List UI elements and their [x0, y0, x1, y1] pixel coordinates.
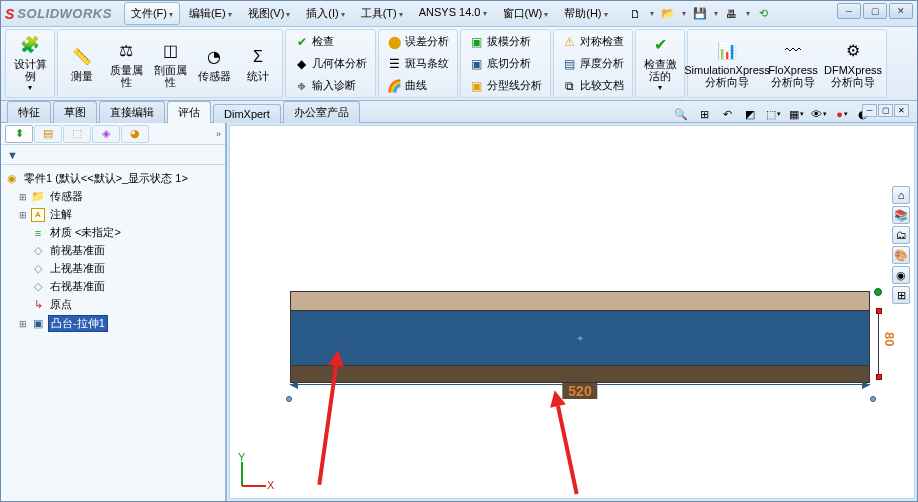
minimize-button[interactable]: ─ — [837, 3, 861, 19]
appearance-button[interactable]: ● — [832, 105, 852, 123]
dropdown-icon[interactable]: ▾ — [682, 9, 686, 18]
dim-endpoint[interactable] — [286, 396, 292, 402]
tree-top-plane[interactable]: ◇上视基准面 — [3, 260, 223, 277]
tab-sketch[interactable]: 草图 — [53, 101, 97, 123]
dimension-width[interactable]: 520 — [290, 384, 870, 400]
graphics-viewport[interactable]: ✦ 520 80 Y X ⌂ 📚 🗂 🎨 ◉ — [229, 125, 915, 499]
panel-tab-dimxpert[interactable]: ◈ — [92, 125, 120, 143]
panel-tab-property[interactable]: ▤ — [34, 125, 62, 143]
dropdown-icon[interactable]: ▾ — [714, 9, 718, 18]
task-view-palette-button[interactable]: 🎨 — [892, 246, 910, 264]
task-appearance-button[interactable]: ◉ — [892, 266, 910, 284]
expand-icon[interactable]: ⊞ — [17, 192, 28, 202]
check-button[interactable]: ✔检查 — [289, 31, 372, 52]
flo-xpress-button[interactable]: 〰FloXpress 分析向导 — [765, 31, 821, 97]
task-library-button[interactable]: 📚 — [892, 206, 910, 224]
expand-icon[interactable]: ⊞ — [17, 210, 28, 220]
tab-feature[interactable]: 特征 — [7, 101, 51, 123]
undercut-button[interactable]: ▣底切分析 — [464, 53, 547, 74]
tree-sensors[interactable]: ⊞📁传感器 — [3, 188, 223, 205]
print-button[interactable]: 🖶 — [721, 4, 743, 24]
measure-button[interactable]: 📏测量 — [61, 31, 103, 97]
menu-help[interactable]: 帮助(H) — [557, 2, 614, 25]
prev-view-button[interactable]: ↶ — [717, 105, 737, 123]
view-orientation-button[interactable]: ⬚ — [763, 105, 783, 123]
panel-expand-icon[interactable]: » — [216, 129, 221, 139]
menu-view[interactable]: 视图(V) — [241, 2, 298, 25]
mass-props-button[interactable]: ⚖质量属性 — [105, 31, 147, 97]
model-bottom-face[interactable] — [290, 365, 870, 383]
display-style-button[interactable]: ▦ — [786, 105, 806, 123]
task-custom-button[interactable]: ⊞ — [892, 286, 910, 304]
statistics-button[interactable]: Σ统计 — [237, 31, 279, 97]
model-body[interactable]: ✦ — [290, 291, 870, 377]
check-active-button[interactable]: ✔检查激活的▾ — [639, 31, 681, 97]
tree-extrude[interactable]: ⊞▣凸台-拉伸1 — [3, 314, 223, 333]
symmetry-check-button[interactable]: ⚠对称检查 — [557, 31, 629, 52]
rebuild-button[interactable]: ⟲ — [753, 4, 775, 24]
dim-endpoint[interactable] — [870, 396, 876, 402]
curve-button[interactable]: 🌈曲线 — [382, 75, 454, 96]
tree-material[interactable]: ≡材质 <未指定> — [3, 224, 223, 241]
tree-right-plane[interactable]: ◇右视基准面 — [3, 278, 223, 295]
dimension-height-line[interactable] — [878, 311, 879, 377]
error-analysis-button[interactable]: ⬤误差分析 — [382, 31, 454, 52]
model-front-face[interactable]: ✦ — [290, 311, 870, 365]
tree-origin[interactable]: ↳原点 — [3, 296, 223, 313]
import-diag-button[interactable]: ⎆输入诊断 — [289, 75, 372, 96]
section-view-button[interactable]: ◩ — [740, 105, 760, 123]
draft-analysis-button[interactable]: ▣拔模分析 — [464, 31, 547, 52]
compare-docs-button[interactable]: ⧉比较文档 — [557, 75, 629, 96]
sim-icon: 📊 — [716, 40, 738, 62]
doc-maximize-button[interactable]: ▢ — [878, 104, 893, 117]
section-props-button[interactable]: ◫剖面属性 — [149, 31, 191, 97]
model-top-face[interactable] — [290, 291, 870, 311]
zoom-area-button[interactable]: ⊞ — [694, 105, 714, 123]
menu-tools[interactable]: 工具(T) — [354, 2, 410, 25]
sim-xpress-button[interactable]: 📊SimulationXpress 分析向导 — [691, 31, 763, 97]
drag-handle[interactable] — [876, 374, 882, 380]
tab-office[interactable]: 办公室产品 — [283, 101, 360, 123]
menu-edit[interactable]: 编辑(E) — [182, 2, 239, 25]
tree-front-plane[interactable]: ◇前视基准面 — [3, 242, 223, 259]
close-button[interactable]: ✕ — [889, 3, 913, 19]
panel-tab-config[interactable]: ⬚ — [63, 125, 91, 143]
task-resources-button[interactable]: ⌂ — [892, 186, 910, 204]
zoom-fit-button[interactable]: 🔍 — [671, 105, 691, 123]
geometry-analysis-label: 几何体分析 — [312, 56, 367, 71]
drag-handle[interactable] — [876, 308, 882, 314]
tree-annotations[interactable]: ⊞A注解 — [3, 206, 223, 223]
view-triad[interactable]: Y X — [236, 452, 276, 492]
panel-tab-feature[interactable]: ⬍ — [5, 125, 33, 143]
parting-line-button[interactable]: ▣分型线分析 — [464, 75, 547, 96]
thickness-button[interactable]: ▤厚度分析 — [557, 53, 629, 74]
filter-bar[interactable]: ▼ — [1, 145, 225, 165]
expand-icon[interactable]: ⊞ — [17, 319, 28, 329]
doc-minimize-button[interactable]: ─ — [862, 104, 877, 117]
menu-file[interactable]: 文件(F) — [124, 2, 180, 25]
sensor-button[interactable]: ◔传感器 — [193, 31, 235, 97]
menu-insert[interactable]: 插入(I) — [299, 2, 351, 25]
dropdown-icon[interactable]: ▾ — [746, 9, 750, 18]
tree-root[interactable]: ◉零件1 (默认<<默认>_显示状态 1> — [3, 170, 223, 187]
hide-show-button[interactable]: 👁 — [809, 105, 829, 123]
menu-window[interactable]: 窗口(W) — [496, 2, 556, 25]
drag-handle[interactable] — [874, 288, 882, 296]
geometry-analysis-button[interactable]: ◆几何体分析 — [289, 53, 372, 74]
tab-direct-edit[interactable]: 直接编辑 — [99, 101, 165, 123]
panel-tab-display[interactable]: ◕ — [121, 125, 149, 143]
tab-dimxpert[interactable]: DimXpert — [213, 104, 281, 123]
new-button[interactable]: 🗋 — [625, 4, 647, 24]
maximize-button[interactable]: ▢ — [863, 3, 887, 19]
dfm-xpress-button[interactable]: ⚙DFMXpress 分析向导 — [823, 31, 883, 97]
open-button[interactable]: 📂 — [657, 4, 679, 24]
task-explorer-button[interactable]: 🗂 — [892, 226, 910, 244]
zebra-button[interactable]: ☰斑马条纹 — [382, 53, 454, 74]
design-study-button[interactable]: 🧩设计算例▾ — [9, 31, 51, 97]
save-button[interactable]: 💾 — [689, 4, 711, 24]
tab-evaluate[interactable]: 评估 — [167, 101, 211, 123]
dropdown-icon[interactable]: ▾ — [650, 9, 654, 18]
ball-icon: ● — [836, 108, 843, 120]
doc-close-button[interactable]: ✕ — [894, 104, 909, 117]
menu-ansys[interactable]: ANSYS 14.0 — [412, 2, 494, 25]
